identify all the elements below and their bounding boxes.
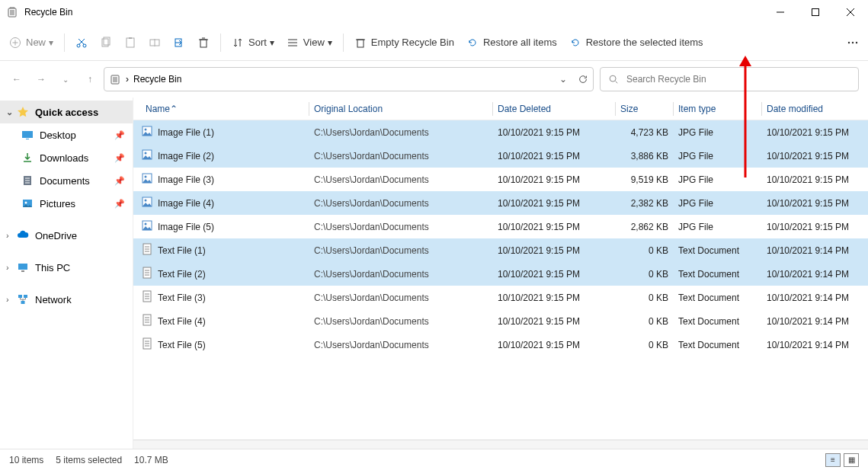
refresh-button[interactable] <box>578 74 588 85</box>
copy-button[interactable] <box>94 29 118 56</box>
table-row[interactable]: Image File (3)C:\Users\Jordan\Documents1… <box>133 168 868 191</box>
view-button[interactable]: View ▾ <box>280 29 338 56</box>
chevron-down-icon: ▾ <box>328 37 332 48</box>
new-button[interactable]: New ▾ <box>3 29 59 56</box>
table-row[interactable]: Image File (2)C:\Users\Jordan\Documents1… <box>133 144 868 168</box>
restore-all-button[interactable]: Restore all items <box>460 29 563 56</box>
separator <box>220 34 221 52</box>
window-title: Recycle Bin <box>24 7 763 18</box>
table-row[interactable]: Image File (5)C:\Users\Jordan\Documents1… <box>133 215 868 238</box>
thumbnail-view-button[interactable]: ▦ <box>844 453 859 467</box>
file-deleted: 10/10/2021 9:15 PM <box>493 174 615 185</box>
picture-icon <box>21 197 34 209</box>
svg-rect-28 <box>357 40 364 47</box>
column-deleted[interactable]: Date Deleted <box>493 104 615 114</box>
forward-button[interactable]: → <box>34 74 49 85</box>
text-file-icon <box>141 243 153 257</box>
chevron-down-icon: ▾ <box>270 37 274 48</box>
file-type: Text Document <box>674 245 761 256</box>
up-button[interactable]: ↑ <box>82 74 98 85</box>
column-modified[interactable]: Date modified <box>762 104 861 114</box>
details-view-button[interactable]: ≡ <box>825 453 841 467</box>
table-row[interactable]: Text File (5)C:\Users\Jordan\Documents10… <box>133 333 868 356</box>
chevron-down-icon: ▾ <box>49 37 53 48</box>
file-modified: 10/10/2021 9:15 PM <box>762 174 861 185</box>
file-name: Image File (3) <box>158 174 214 185</box>
svg-point-12 <box>83 44 86 47</box>
sidebar-pictures[interactable]: Pictures📌 <box>0 192 133 215</box>
sidebar-onedrive[interactable]: ›OneDrive <box>0 224 133 247</box>
svg-line-14 <box>78 39 84 44</box>
file-name: Text File (5) <box>158 340 206 350</box>
svg-point-54 <box>145 129 147 131</box>
monitor-icon <box>17 261 29 273</box>
restore-selected-button[interactable]: Restore the selected items <box>563 29 709 56</box>
sidebar-desktop[interactable]: Desktop📌 <box>0 123 133 146</box>
file-type: JPG File <box>674 198 761 209</box>
sort-button[interactable]: Sort ▾ <box>226 29 280 56</box>
sidebar-quick-access[interactable]: ⌄ Quick access <box>0 101 133 123</box>
table-row[interactable]: Image File (1)C:\Users\Jordan\Documents1… <box>133 120 868 144</box>
file-deleted: 10/10/2021 9:15 PM <box>493 198 615 209</box>
delete-button[interactable] <box>191 29 216 56</box>
text-file-icon <box>141 290 153 305</box>
file-location: C:\Users\Jordan\Documents <box>309 198 492 209</box>
file-modified: 10/10/2021 9:14 PM <box>762 316 861 327</box>
file-modified: 10/10/2021 9:14 PM <box>762 340 861 350</box>
chevron-down-icon[interactable]: ⌄ <box>559 74 567 85</box>
back-button[interactable]: ← <box>9 74 24 85</box>
share-button[interactable] <box>167 29 191 56</box>
column-name[interactable]: Name⌃ <box>141 104 309 114</box>
svg-point-58 <box>145 176 147 178</box>
column-type[interactable]: Item type <box>674 104 761 114</box>
minimize-button[interactable] <box>763 0 798 24</box>
paste-button[interactable] <box>118 29 143 56</box>
sidebar-this-pc[interactable]: ›This PC <box>0 256 133 279</box>
sidebar-downloads[interactable]: Downloads📌 <box>0 146 133 169</box>
rename-button[interactable] <box>143 29 167 56</box>
file-location: C:\Users\Jordan\Documents <box>309 245 492 256</box>
svg-rect-39 <box>22 131 33 138</box>
table-row[interactable]: Image File (4)C:\Users\Jordan\Documents1… <box>133 191 868 215</box>
file-name: Image File (2) <box>158 151 214 161</box>
file-name: Image File (1) <box>158 127 214 138</box>
image-file-icon <box>141 172 153 187</box>
file-deleted: 10/10/2021 9:15 PM <box>493 269 615 280</box>
table-row[interactable]: Text File (3)C:\Users\Jordan\Documents10… <box>133 286 868 309</box>
file-type: JPG File <box>674 127 761 138</box>
file-modified: 10/10/2021 9:15 PM <box>762 198 861 209</box>
document-icon <box>21 174 34 187</box>
file-name: Text File (3) <box>158 293 206 303</box>
more-button[interactable] <box>841 29 865 56</box>
file-size: 0 KB <box>616 340 673 350</box>
table-row[interactable]: Text File (1)C:\Users\Jordan\Documents10… <box>133 238 868 262</box>
column-location[interactable]: Original Location <box>309 104 492 114</box>
sidebar-documents[interactable]: Documents📌 <box>0 169 133 192</box>
pin-icon: 📌 <box>114 176 125 186</box>
svg-rect-50 <box>18 295 22 298</box>
empty-recycle-bin-button[interactable]: Empty Recycle Bin <box>348 29 460 56</box>
text-file-icon <box>141 337 153 352</box>
breadcrumb-sep: › <box>126 74 129 85</box>
file-modified: 10/10/2021 9:15 PM <box>762 222 861 232</box>
recycle-bin-icon <box>6 6 18 18</box>
file-size: 0 KB <box>616 269 673 280</box>
sidebar: ⌄ Quick access Desktop📌 Downloads📌 Docum… <box>0 98 133 449</box>
navbar: ← → ⌄ ↑ › Recycle Bin ⌄ Search Recycle B… <box>0 61 868 98</box>
maximize-button[interactable] <box>798 0 833 24</box>
search-input[interactable]: Search Recycle Bin <box>600 67 859 91</box>
horizontal-scrollbar[interactable] <box>133 440 868 449</box>
image-file-icon <box>141 219 153 234</box>
file-deleted: 10/10/2021 9:15 PM <box>493 340 615 350</box>
cut-button[interactable] <box>69 29 94 56</box>
close-button[interactable] <box>833 0 868 24</box>
table-row[interactable]: Text File (4)C:\Users\Jordan\Documents10… <box>133 309 868 333</box>
sidebar-network[interactable]: ›Network <box>0 288 133 311</box>
column-size[interactable]: Size <box>616 104 673 114</box>
status-size: 10.7 MB <box>134 455 168 465</box>
address-bar[interactable]: › Recycle Bin ⌄ <box>104 67 594 91</box>
file-size: 0 KB <box>616 293 673 303</box>
table-row[interactable]: Text File (2)C:\Users\Jordan\Documents10… <box>133 262 868 286</box>
breadcrumb[interactable]: Recycle Bin <box>133 74 181 85</box>
recent-button[interactable]: ⌄ <box>58 75 73 84</box>
